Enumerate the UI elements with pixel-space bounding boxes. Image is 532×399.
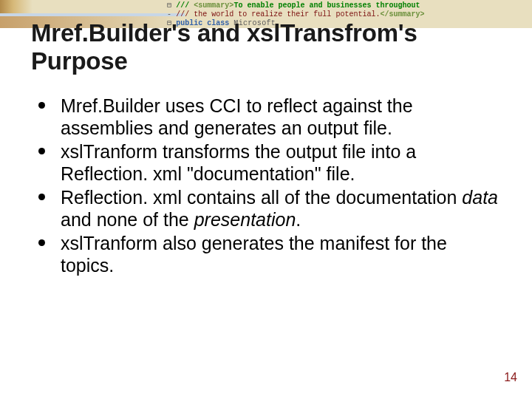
- code-seg-c: </summary>: [380, 10, 424, 18]
- code-prefix: ⊟: [167, 1, 171, 10]
- bullet-item: Reflection. xml contains all of the docu…: [34, 186, 502, 231]
- bullet-item: xslTranform also generates the manifest …: [34, 232, 502, 276]
- code-seg-a: ///: [176, 10, 194, 18]
- code-line-2: - /// the world to realize their full po…: [167, 10, 522, 19]
- slide-body: Mref.Builder uses CCI to reflect against…: [34, 95, 502, 278]
- slide-title: Mref.Builder's and xslTransfrom's Purpos…: [31, 19, 510, 75]
- bullet-item: xslTranform transforms the output file i…: [34, 140, 502, 185]
- code-prefix: -: [167, 10, 171, 18]
- code-seg-c: To enable people and businesses througho…: [233, 1, 420, 10]
- slide: ⊟ /// <summary>To enable people and busi…: [0, 0, 532, 399]
- code-seg-b: the world to realize their full potentia…: [194, 10, 380, 18]
- bullet-item: Mref.Builder uses CCI to reflect against…: [34, 95, 502, 139]
- code-seg-b: <summary>: [194, 1, 233, 10]
- code-line-1: ⊟ /// <summary>To enable people and busi…: [167, 1, 522, 10]
- page-number: 14: [504, 371, 517, 384]
- bullet-list: Mref.Builder uses CCI to reflect against…: [34, 95, 502, 276]
- code-seg-a: ///: [176, 1, 194, 10]
